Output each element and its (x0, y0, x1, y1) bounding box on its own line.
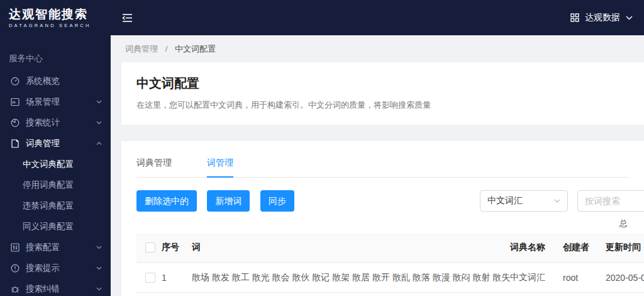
sidebar-item-label: 搜索统计 (26, 117, 60, 128)
table-header-row: 序号 词 词典名称 创建者 更新时间 (136, 233, 644, 263)
app-logo: 达观智能搜索 DATAGRAND SEARCH (0, 8, 111, 28)
row-index: 1 (162, 273, 192, 283)
chevron-up-icon (96, 142, 102, 145)
sidebar-item-label: 场景管理 (26, 96, 60, 108)
sidebar-nav: 服务中心 系统概览 场景管理 搜索统计 (0, 35, 111, 296)
dictionary-select[interactable]: 中文词汇 (480, 190, 568, 212)
add-word-button[interactable]: 新增词 (207, 190, 250, 212)
row-creator: root (563, 273, 606, 283)
chevron-down-icon (96, 287, 102, 291)
chevron-down-icon (96, 121, 102, 125)
breadcrumb-separator: / (165, 44, 168, 54)
org-name: 达观数据 (585, 12, 620, 23)
org-switcher[interactable]: 达观数据 (570, 12, 644, 23)
sidebar-item-search-correction[interactable]: 搜索纠错 (0, 278, 111, 296)
delete-selected-button[interactable]: 删除选中的 (136, 190, 197, 212)
scene-icon (11, 98, 19, 106)
chevron-down-icon (96, 266, 102, 270)
dictionary-select-value: 中文词汇 (487, 195, 523, 207)
row-dict-name: 中文词汇 (510, 272, 563, 283)
logo-title: 达观智能搜索 (9, 8, 111, 21)
sidebar-item-dictionary-management[interactable]: 词典管理 (0, 133, 111, 154)
sidebar-item-search-config[interactable]: 搜索配置 (0, 237, 111, 258)
breadcrumb-chinese-word-config: 中文词配置 (175, 44, 216, 54)
page-header-card: 中文词配置 在这里，您可以配置中文词典，用于构建索引。中文分词的质量，将影响搜索… (121, 62, 644, 125)
sidebar-subitem-chinese-dict-config[interactable]: 中文词典配置 (0, 154, 111, 174)
column-header-updated: 更新时间 (606, 242, 644, 253)
words-table: 序号 词 词典名称 创建者 更新时间 1 散场 散发 散工 散光 散会 散伙 散… (136, 233, 644, 296)
sidebar-item-label: 搜索纠错 (26, 283, 60, 295)
sidebar-item-label: 系统概览 (26, 76, 60, 87)
select-all-checkbox[interactable] (145, 242, 155, 253)
column-header-dict-name: 词典名称 (510, 242, 563, 253)
dashboard-icon (11, 77, 19, 86)
tab-dictionary-management[interactable]: 词典管理 (136, 152, 172, 177)
page-title: 中文词配置 (136, 75, 629, 92)
logo-subtitle: DATAGRAND SEARCH (9, 23, 111, 28)
top-header: 达观智能搜索 DATAGRAND SEARCH 达观数据 (0, 0, 644, 35)
word-search-input[interactable] (577, 190, 644, 212)
column-header-word: 词 (192, 242, 510, 253)
breadcrumb: 词典管理 / 中文词配置 (111, 35, 644, 62)
sidebar-item-search-stats[interactable]: 搜索统计 (0, 112, 111, 133)
sync-button[interactable]: 同步 (260, 190, 294, 212)
chevron-down-icon (96, 100, 102, 104)
menu-fold-icon (122, 13, 133, 23)
page-description: 在这里，您可以配置中文词典，用于构建索引。中文分词的质量，将影响搜索质量 (136, 100, 629, 111)
chevron-down-icon (554, 199, 560, 203)
toolbar: 删除选中的 新增词 同步 中文词汇 (136, 190, 629, 212)
table-row: 2 散套 散文 散心 散装 散座 嗓门 嗓音 嗓子 扫把 扫出 扫除 扫荡 扫地… (136, 293, 644, 296)
sidebar-subitem-synonym-dict-config[interactable]: 同义词典配置 (0, 216, 111, 237)
total-count-text: 总 (136, 218, 629, 229)
sidebar-item-search-suggest[interactable]: 搜索提示 (0, 258, 111, 278)
column-header-index: 序号 (162, 242, 192, 253)
table-row: 1 散场 散发 散工 散光 散会 散伙 散记 散架 散居 散开 散乱 散落 散漫… (136, 263, 644, 293)
column-header-creator: 创建者 (563, 242, 606, 253)
tab-bar: 词典管理 词管理 (136, 152, 629, 178)
dictionary-icon (11, 139, 19, 148)
sidebar-collapse-button[interactable] (122, 13, 133, 23)
chevron-down-icon (626, 16, 633, 20)
exclamation-circle-icon (11, 264, 19, 273)
row-updated: 2020-05-06 (606, 273, 644, 283)
content-card: 词典管理 词管理 删除选中的 新增词 同步 中文词汇 总 序号 词 词典名称 创… (121, 141, 644, 296)
sidebar-item-system-overview[interactable]: 系统概览 (0, 71, 111, 91)
chevron-down-icon (96, 246, 102, 249)
main-content: 词典管理 / 中文词配置 中文词配置 在这里，您可以配置中文词典，用于构建索引。… (111, 35, 644, 296)
sidebar-subitem-stopword-dict-config[interactable]: 停用词典配置 (0, 174, 111, 195)
row-words: 散场 散发 散工 散光 散会 散伙 散记 散架 散居 散开 散乱 散落 散漫 散… (192, 272, 510, 283)
sidebar-section-label: 服务中心 (0, 48, 111, 71)
pie-chart-icon (11, 118, 19, 127)
sliders-icon (11, 243, 19, 252)
sidebar-subitem-banned-dict-config[interactable]: 违禁词典配置 (0, 195, 111, 216)
bug-icon (11, 285, 19, 293)
sidebar-item-scene-management[interactable]: 场景管理 (0, 91, 111, 112)
sidebar-item-label: 搜索配置 (26, 242, 60, 253)
apps-grid-icon (570, 13, 579, 22)
sidebar-item-label: 词典管理 (26, 138, 60, 149)
breadcrumb-dictionary-management[interactable]: 词典管理 (125, 44, 158, 54)
tab-word-management[interactable]: 词管理 (207, 152, 233, 178)
row-checkbox[interactable] (145, 273, 155, 283)
sidebar-item-label: 搜索提示 (26, 263, 60, 274)
